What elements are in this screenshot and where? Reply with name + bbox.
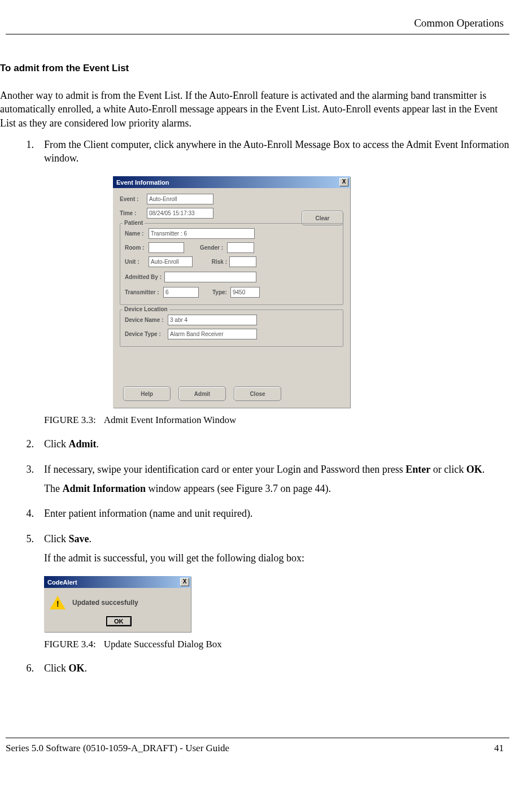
event-label: Event : [120, 196, 147, 202]
room-label: Room : [125, 245, 149, 251]
gender-label: Gender : [200, 245, 227, 251]
step-6: 6. Click OK. [0, 661, 509, 681]
figure-text: Admit Event Information Window [104, 415, 237, 425]
step-text: Enter patient information (name and unit… [44, 507, 509, 520]
step-text: If the admit is successful, you will get… [44, 551, 509, 565]
risk-field[interactable] [229, 256, 256, 267]
room-field[interactable] [149, 242, 184, 253]
step-3: 3. If necessary, swipe your identificati… [0, 463, 509, 502]
admit-button[interactable]: Admit [178, 386, 226, 401]
step-number: 2. [0, 437, 44, 456]
type-field[interactable]: 9450 [230, 287, 260, 298]
dialog-title-text: Event Information [116, 179, 169, 186]
alert-titlebar: CodeAlert X [44, 576, 191, 588]
step-text: Click Save. [44, 532, 509, 546]
patient-section-title: Patient [123, 220, 145, 226]
figure-label: FIGURE 3.4: [44, 639, 96, 650]
figure-3-4-caption: FIGURE 3.4:Update Successful Dialog Box [44, 639, 509, 650]
figure-label: FIGURE 3.3: [44, 415, 96, 426]
step-4: 4. Enter patient information (name and u… [0, 507, 509, 526]
codealert-dialog: CodeAlert X ! Updated succesfully OK [44, 576, 191, 632]
step-1: 1. From the Client computer, click anywh… [0, 138, 509, 171]
help-button[interactable]: Help [123, 386, 171, 401]
bottom-rule [6, 738, 509, 738]
step-number: 1. [0, 138, 44, 171]
step-5: 5. Click Save. If the admit is successfu… [0, 532, 509, 571]
top-rule [6, 34, 509, 34]
footer-left: Series 5.0 Software (0510-1059-A_DRAFT) … [6, 743, 229, 754]
alert-message: Updated succesfully [72, 599, 138, 607]
warning-icon: ! [50, 595, 66, 611]
figure-text: Update Successful Dialog Box [104, 639, 222, 650]
alert-ok-button[interactable]: OK [106, 616, 132, 626]
device-location-section: Device Location Device Name : 3 abr 4 De… [120, 310, 343, 347]
name-label: Name : [125, 230, 149, 237]
step-number: 5. [0, 532, 44, 571]
name-field[interactable]: Transmitter : 6 [149, 228, 255, 239]
step-text: If necessary, swipe your identification … [44, 463, 509, 476]
gender-field[interactable] [227, 242, 254, 253]
step-number: 4. [0, 507, 44, 526]
alert-title-text: CodeAlert [47, 579, 77, 586]
dialog-titlebar: Event Information X [113, 176, 350, 188]
step-text: Click OK. [44, 661, 509, 675]
admitted-field[interactable] [164, 272, 256, 282]
event-info-dialog: Event Information X Clear Event : Auto-E… [113, 176, 350, 408]
alert-close-button[interactable]: X [180, 578, 189, 586]
dialog-close-button[interactable]: X [339, 178, 348, 186]
page-number: 41 [494, 743, 504, 754]
unit-label: Unit : [125, 259, 149, 265]
close-button[interactable]: Close [234, 386, 281, 401]
header-section: Common Operations [0, 17, 509, 34]
step-2: 2. Click Admit. [0, 437, 509, 456]
step-text: Click Admit. [44, 437, 509, 451]
devtype-field[interactable]: Alarm Band Receiver [168, 329, 257, 339]
unit-field[interactable]: Auto-Enroll [149, 256, 193, 267]
section-heading: To admit from the Event List [0, 63, 509, 74]
type-label: Type: [212, 289, 230, 295]
step-text: From the Client computer, click anywhere… [44, 138, 509, 165]
device-location-title: Device Location [123, 306, 169, 312]
time-field[interactable]: 08/24/05 15:17:33 [147, 208, 213, 219]
step-number: 6. [0, 661, 44, 681]
admitted-label: Admitted By : [125, 274, 164, 280]
tx-field[interactable]: 6 [163, 287, 199, 298]
devtype-label: Device Type : [125, 331, 168, 337]
tx-label: Transmitter : [125, 289, 163, 295]
figure-3-3-caption: FIGURE 3.3:Admit Event Information Windo… [44, 415, 509, 426]
intro-paragraph: Another way to admit is from the Event L… [0, 89, 509, 130]
step-number: 3. [0, 463, 44, 502]
patient-section: Patient Name : Transmitter : 6 Room : Ge… [120, 223, 343, 305]
time-label: Time : [120, 210, 147, 216]
devname-field[interactable]: 3 abr 4 [168, 315, 257, 325]
devname-label: Device Name : [125, 317, 168, 323]
event-field[interactable]: Auto-Enroll [147, 194, 213, 204]
risk-label: Risk : [200, 259, 229, 265]
step-text: The Admit Information window appears (se… [44, 482, 509, 495]
